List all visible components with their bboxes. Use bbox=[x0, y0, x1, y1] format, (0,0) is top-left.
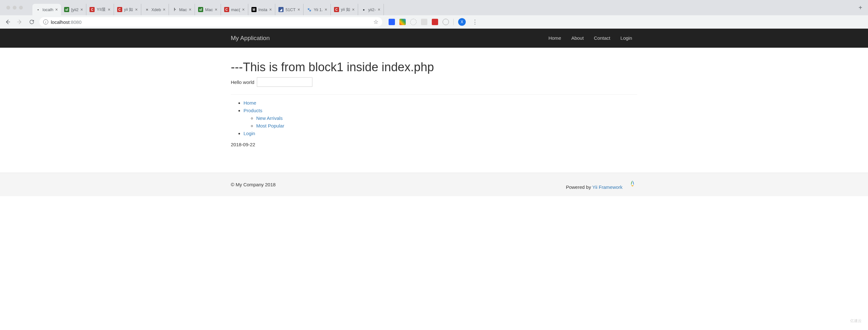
forward-button[interactable] bbox=[15, 18, 24, 26]
navbar-link[interactable]: About bbox=[571, 35, 584, 41]
navbar-brand[interactable]: My Application bbox=[231, 35, 270, 42]
extension-icon[interactable] bbox=[410, 19, 416, 25]
browser-tab[interactable]: MInsta× bbox=[248, 4, 275, 15]
tab-title: YII显 bbox=[96, 7, 106, 12]
tab-close-icon[interactable]: × bbox=[163, 7, 165, 12]
window-controls bbox=[3, 6, 26, 9]
separator bbox=[453, 19, 454, 25]
tab-close-icon[interactable]: × bbox=[80, 7, 83, 12]
footer: © My Company 2018 Powered by Yii Framewo… bbox=[0, 173, 868, 196]
arrow-right-icon bbox=[17, 19, 23, 25]
footer-copyright: © My Company 2018 bbox=[231, 182, 276, 187]
menu-link[interactable]: Login bbox=[244, 131, 255, 136]
navbar-item[interactable]: About bbox=[566, 35, 589, 41]
divider bbox=[231, 94, 637, 95]
navbar-link[interactable]: Home bbox=[548, 35, 561, 41]
footer-right: Powered by Yii Framework bbox=[566, 179, 637, 190]
menu-link[interactable]: New Arrivals bbox=[256, 115, 283, 121]
browser-tab[interactable]: CYII显× bbox=[86, 4, 114, 15]
navbar-link[interactable]: Login bbox=[620, 35, 632, 41]
minimize-window-icon[interactable] bbox=[13, 6, 17, 9]
browser-tab[interactable]: ●yii2-× bbox=[358, 4, 384, 15]
extension-icon[interactable] bbox=[421, 19, 427, 25]
reload-button[interactable] bbox=[27, 18, 36, 26]
tab-close-icon[interactable]: × bbox=[325, 7, 327, 12]
extension-icons: X ⋮ bbox=[385, 18, 483, 26]
maximize-window-icon[interactable] bbox=[19, 6, 23, 9]
tab-title: [yii2 bbox=[71, 7, 79, 12]
tab-favicon-icon: 🐾 bbox=[307, 7, 312, 12]
tab-favicon-icon: sf bbox=[64, 7, 69, 12]
navbar-nav: HomeAboutContactLogin bbox=[543, 35, 637, 41]
navbar-item[interactable]: Contact bbox=[589, 35, 616, 41]
site-info-icon[interactable]: i bbox=[43, 19, 48, 25]
tab-close-icon[interactable]: × bbox=[135, 7, 137, 12]
tab-close-icon[interactable]: × bbox=[269, 7, 272, 12]
tab-list: ▪localh×sf[yii2×CYII显×Cyii 如×✕Xdeb×卜Mac×… bbox=[32, 0, 856, 15]
tab-title: Mac bbox=[205, 7, 213, 12]
profile-avatar[interactable]: X bbox=[458, 18, 466, 26]
yii-logo-icon[interactable] bbox=[628, 179, 637, 189]
browser-toolbar: i localhost:8080 ☆ X ⋮ bbox=[0, 15, 868, 29]
menu-item: Home bbox=[244, 99, 637, 107]
menu-item: Login bbox=[244, 130, 637, 137]
navbar-item[interactable]: Login bbox=[615, 35, 637, 41]
browser-tab[interactable]: ▪localh× bbox=[32, 4, 61, 15]
footer-powered-by: Powered by bbox=[566, 184, 592, 190]
tab-title: 51CT bbox=[285, 7, 296, 12]
tab-title: yii 如 bbox=[124, 7, 133, 12]
tab-favicon-icon: C bbox=[117, 7, 122, 12]
menu-link[interactable]: Home bbox=[244, 100, 256, 106]
tab-favicon-icon: ▪ bbox=[36, 7, 41, 12]
tab-close-icon[interactable]: × bbox=[352, 7, 354, 12]
tab-favicon-icon: ● bbox=[361, 7, 366, 12]
bookmark-star-icon[interactable]: ☆ bbox=[373, 19, 378, 25]
browser-tab[interactable]: ✕Xdeb× bbox=[141, 4, 169, 15]
browser-tab[interactable]: 卜Mac× bbox=[169, 4, 195, 15]
navbar-item[interactable]: Home bbox=[543, 35, 566, 41]
extension-icon[interactable] bbox=[432, 19, 438, 25]
tab-title: localh bbox=[42, 7, 53, 12]
browser-tab[interactable]: Cyii 如× bbox=[114, 4, 141, 15]
browser-tab[interactable]: sf[yii2× bbox=[61, 4, 86, 15]
browser-tab[interactable]: 🐾Yii 1.× bbox=[304, 4, 331, 15]
browser-tab[interactable]: sfMac× bbox=[195, 4, 221, 15]
hello-input[interactable] bbox=[257, 77, 312, 87]
back-button[interactable] bbox=[3, 18, 12, 26]
extension-icon[interactable] bbox=[442, 19, 449, 25]
browser-tab[interactable]: Cmac(× bbox=[221, 4, 248, 15]
tab-title: mac( bbox=[231, 7, 240, 12]
url-port: :8080 bbox=[69, 19, 82, 25]
tab-close-icon[interactable]: × bbox=[242, 7, 245, 12]
browser-tab[interactable]: Cyii 如× bbox=[331, 4, 358, 15]
menu-link[interactable]: Products bbox=[244, 108, 262, 113]
menu-list: HomeProductsNew ArrivalsMost PopularLogi… bbox=[231, 99, 637, 137]
browser-tab[interactable]: ◢51CT× bbox=[275, 4, 304, 15]
extension-icon[interactable] bbox=[399, 19, 406, 25]
tab-close-icon[interactable]: × bbox=[298, 7, 300, 12]
tab-close-icon[interactable]: × bbox=[107, 7, 110, 12]
footer-framework-link[interactable]: Yii Framework bbox=[592, 184, 623, 190]
new-tab-button[interactable]: + bbox=[856, 3, 865, 12]
menu-item: Most Popular bbox=[256, 122, 637, 130]
extension-icon[interactable] bbox=[389, 19, 395, 25]
menu-link[interactable]: Most Popular bbox=[256, 123, 284, 129]
menu-item: New Arrivals bbox=[256, 114, 637, 122]
navbar-link[interactable]: Contact bbox=[594, 35, 611, 41]
tab-favicon-icon: 卜 bbox=[172, 7, 177, 12]
address-bar[interactable]: i localhost:8080 ☆ bbox=[39, 17, 382, 27]
tab-close-icon[interactable]: × bbox=[378, 7, 380, 12]
tab-title: Insta bbox=[258, 7, 267, 12]
reload-icon bbox=[29, 19, 35, 25]
tab-close-icon[interactable]: × bbox=[55, 7, 58, 12]
tab-title: Xdeb bbox=[151, 7, 161, 12]
tab-close-icon[interactable]: × bbox=[215, 7, 217, 12]
arrow-left-icon bbox=[4, 19, 11, 25]
hello-label: Hello world bbox=[231, 80, 254, 85]
tab-close-icon[interactable]: × bbox=[189, 7, 191, 12]
tab-title: yii 如 bbox=[341, 7, 350, 12]
close-window-icon[interactable] bbox=[6, 6, 10, 9]
tab-title: Mac bbox=[179, 7, 187, 12]
browser-menu-button[interactable]: ⋮ bbox=[470, 19, 480, 25]
app-navbar: My Application HomeAboutContactLogin bbox=[0, 29, 868, 48]
